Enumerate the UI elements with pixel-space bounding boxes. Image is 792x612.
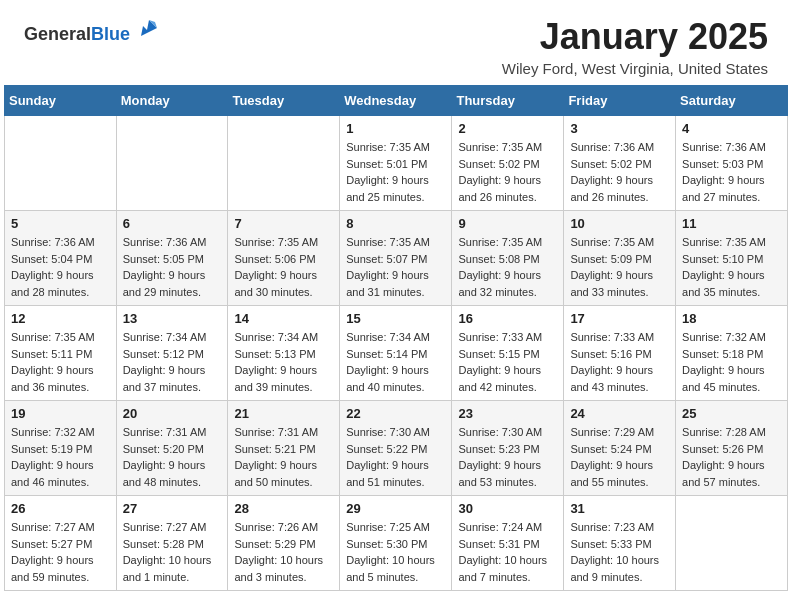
table-row: 7Sunrise: 7:35 AM Sunset: 5:06 PM Daylig… — [228, 211, 340, 306]
day-detail: Sunrise: 7:36 AM Sunset: 5:05 PM Dayligh… — [123, 234, 222, 300]
table-row: 14Sunrise: 7:34 AM Sunset: 5:13 PM Dayli… — [228, 306, 340, 401]
table-row: 28Sunrise: 7:26 AM Sunset: 5:29 PM Dayli… — [228, 496, 340, 591]
day-detail: Sunrise: 7:36 AM Sunset: 5:02 PM Dayligh… — [570, 139, 669, 205]
day-number: 2 — [458, 121, 557, 136]
header-friday: Friday — [564, 86, 676, 116]
day-detail: Sunrise: 7:27 AM Sunset: 5:27 PM Dayligh… — [11, 519, 110, 585]
day-detail: Sunrise: 7:33 AM Sunset: 5:15 PM Dayligh… — [458, 329, 557, 395]
day-detail: Sunrise: 7:35 AM Sunset: 5:01 PM Dayligh… — [346, 139, 445, 205]
table-row: 16Sunrise: 7:33 AM Sunset: 5:15 PM Dayli… — [452, 306, 564, 401]
calendar-table: Sunday Monday Tuesday Wednesday Thursday… — [4, 85, 788, 591]
day-detail: Sunrise: 7:30 AM Sunset: 5:23 PM Dayligh… — [458, 424, 557, 490]
table-row — [676, 496, 788, 591]
header-wednesday: Wednesday — [340, 86, 452, 116]
day-detail: Sunrise: 7:35 AM Sunset: 5:11 PM Dayligh… — [11, 329, 110, 395]
day-number: 31 — [570, 501, 669, 516]
calendar-week-row: 12Sunrise: 7:35 AM Sunset: 5:11 PM Dayli… — [5, 306, 788, 401]
calendar-title: January 2025 — [502, 16, 768, 58]
title-block: January 2025 Wiley Ford, West Virginia, … — [502, 16, 768, 77]
day-detail: Sunrise: 7:30 AM Sunset: 5:22 PM Dayligh… — [346, 424, 445, 490]
day-number: 1 — [346, 121, 445, 136]
table-row: 22Sunrise: 7:30 AM Sunset: 5:22 PM Dayli… — [340, 401, 452, 496]
day-number: 25 — [682, 406, 781, 421]
day-detail: Sunrise: 7:35 AM Sunset: 5:06 PM Dayligh… — [234, 234, 333, 300]
table-row — [228, 116, 340, 211]
day-detail: Sunrise: 7:35 AM Sunset: 5:08 PM Dayligh… — [458, 234, 557, 300]
day-number: 6 — [123, 216, 222, 231]
table-row: 6Sunrise: 7:36 AM Sunset: 5:05 PM Daylig… — [116, 211, 228, 306]
table-row: 3Sunrise: 7:36 AM Sunset: 5:02 PM Daylig… — [564, 116, 676, 211]
day-detail: Sunrise: 7:31 AM Sunset: 5:20 PM Dayligh… — [123, 424, 222, 490]
day-detail: Sunrise: 7:28 AM Sunset: 5:26 PM Dayligh… — [682, 424, 781, 490]
day-detail: Sunrise: 7:35 AM Sunset: 5:02 PM Dayligh… — [458, 139, 557, 205]
day-number: 5 — [11, 216, 110, 231]
day-number: 20 — [123, 406, 222, 421]
table-row: 23Sunrise: 7:30 AM Sunset: 5:23 PM Dayli… — [452, 401, 564, 496]
table-row — [5, 116, 117, 211]
table-row: 8Sunrise: 7:35 AM Sunset: 5:07 PM Daylig… — [340, 211, 452, 306]
day-number: 9 — [458, 216, 557, 231]
table-row: 13Sunrise: 7:34 AM Sunset: 5:12 PM Dayli… — [116, 306, 228, 401]
day-detail: Sunrise: 7:36 AM Sunset: 5:04 PM Dayligh… — [11, 234, 110, 300]
day-detail: Sunrise: 7:31 AM Sunset: 5:21 PM Dayligh… — [234, 424, 333, 490]
day-detail: Sunrise: 7:33 AM Sunset: 5:16 PM Dayligh… — [570, 329, 669, 395]
page-header: GeneralBlue January 2025 Wiley Ford, Wes… — [0, 0, 792, 85]
calendar-location: Wiley Ford, West Virginia, United States — [502, 60, 768, 77]
day-number: 15 — [346, 311, 445, 326]
day-number: 4 — [682, 121, 781, 136]
table-row: 21Sunrise: 7:31 AM Sunset: 5:21 PM Dayli… — [228, 401, 340, 496]
table-row: 19Sunrise: 7:32 AM Sunset: 5:19 PM Dayli… — [5, 401, 117, 496]
table-row: 24Sunrise: 7:29 AM Sunset: 5:24 PM Dayli… — [564, 401, 676, 496]
day-number: 17 — [570, 311, 669, 326]
day-number: 27 — [123, 501, 222, 516]
table-row — [116, 116, 228, 211]
logo-blue-text: Blue — [91, 24, 130, 44]
day-number: 30 — [458, 501, 557, 516]
day-number: 16 — [458, 311, 557, 326]
day-number: 24 — [570, 406, 669, 421]
day-number: 18 — [682, 311, 781, 326]
table-row: 26Sunrise: 7:27 AM Sunset: 5:27 PM Dayli… — [5, 496, 117, 591]
day-detail: Sunrise: 7:34 AM Sunset: 5:14 PM Dayligh… — [346, 329, 445, 395]
day-detail: Sunrise: 7:32 AM Sunset: 5:18 PM Dayligh… — [682, 329, 781, 395]
day-detail: Sunrise: 7:26 AM Sunset: 5:29 PM Dayligh… — [234, 519, 333, 585]
day-number: 23 — [458, 406, 557, 421]
logo: GeneralBlue — [24, 16, 161, 45]
day-detail: Sunrise: 7:36 AM Sunset: 5:03 PM Dayligh… — [682, 139, 781, 205]
table-row: 20Sunrise: 7:31 AM Sunset: 5:20 PM Dayli… — [116, 401, 228, 496]
day-number: 26 — [11, 501, 110, 516]
day-detail: Sunrise: 7:34 AM Sunset: 5:13 PM Dayligh… — [234, 329, 333, 395]
day-detail: Sunrise: 7:23 AM Sunset: 5:33 PM Dayligh… — [570, 519, 669, 585]
header-thursday: Thursday — [452, 86, 564, 116]
day-number: 19 — [11, 406, 110, 421]
day-number: 13 — [123, 311, 222, 326]
table-row: 25Sunrise: 7:28 AM Sunset: 5:26 PM Dayli… — [676, 401, 788, 496]
calendar-week-row: 1Sunrise: 7:35 AM Sunset: 5:01 PM Daylig… — [5, 116, 788, 211]
header-saturday: Saturday — [676, 86, 788, 116]
table-row: 2Sunrise: 7:35 AM Sunset: 5:02 PM Daylig… — [452, 116, 564, 211]
day-number: 21 — [234, 406, 333, 421]
day-detail: Sunrise: 7:29 AM Sunset: 5:24 PM Dayligh… — [570, 424, 669, 490]
table-row: 18Sunrise: 7:32 AM Sunset: 5:18 PM Dayli… — [676, 306, 788, 401]
day-number: 29 — [346, 501, 445, 516]
day-detail: Sunrise: 7:35 AM Sunset: 5:09 PM Dayligh… — [570, 234, 669, 300]
day-detail: Sunrise: 7:35 AM Sunset: 5:07 PM Dayligh… — [346, 234, 445, 300]
table-row: 15Sunrise: 7:34 AM Sunset: 5:14 PM Dayli… — [340, 306, 452, 401]
day-detail: Sunrise: 7:25 AM Sunset: 5:30 PM Dayligh… — [346, 519, 445, 585]
day-number: 8 — [346, 216, 445, 231]
table-row: 17Sunrise: 7:33 AM Sunset: 5:16 PM Dayli… — [564, 306, 676, 401]
day-number: 12 — [11, 311, 110, 326]
day-detail: Sunrise: 7:24 AM Sunset: 5:31 PM Dayligh… — [458, 519, 557, 585]
table-row: 10Sunrise: 7:35 AM Sunset: 5:09 PM Dayli… — [564, 211, 676, 306]
day-number: 3 — [570, 121, 669, 136]
table-row: 29Sunrise: 7:25 AM Sunset: 5:30 PM Dayli… — [340, 496, 452, 591]
table-row: 1Sunrise: 7:35 AM Sunset: 5:01 PM Daylig… — [340, 116, 452, 211]
table-row: 11Sunrise: 7:35 AM Sunset: 5:10 PM Dayli… — [676, 211, 788, 306]
day-detail: Sunrise: 7:34 AM Sunset: 5:12 PM Dayligh… — [123, 329, 222, 395]
logo-general-text: General — [24, 24, 91, 44]
table-row: 5Sunrise: 7:36 AM Sunset: 5:04 PM Daylig… — [5, 211, 117, 306]
day-detail: Sunrise: 7:35 AM Sunset: 5:10 PM Dayligh… — [682, 234, 781, 300]
table-row: 31Sunrise: 7:23 AM Sunset: 5:33 PM Dayli… — [564, 496, 676, 591]
calendar-week-row: 5Sunrise: 7:36 AM Sunset: 5:04 PM Daylig… — [5, 211, 788, 306]
day-number: 28 — [234, 501, 333, 516]
